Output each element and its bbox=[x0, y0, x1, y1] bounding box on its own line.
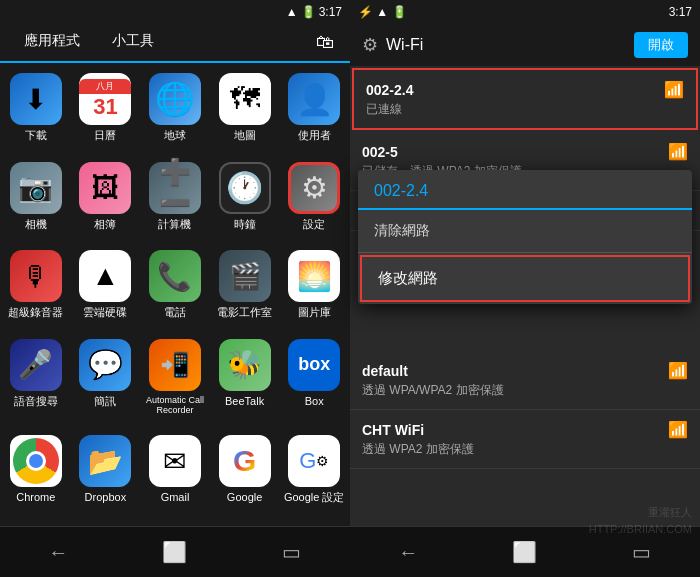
wifi-name-2: 002-5 bbox=[362, 144, 398, 160]
app-callrecorder[interactable]: 📲 Automatic Call Recorder bbox=[144, 339, 206, 428]
chrome-icon bbox=[10, 435, 62, 487]
app-box[interactable]: box Box bbox=[283, 339, 345, 428]
app-google[interactable]: G Google bbox=[214, 435, 276, 516]
recents-button[interactable]: ▭ bbox=[272, 537, 312, 567]
wifi-popup: 002-2.4 清除網路 修改網路 bbox=[358, 170, 692, 304]
right-back-button[interactable]: ← bbox=[388, 537, 428, 567]
wifi-clear-action[interactable]: 清除網路 bbox=[358, 210, 692, 253]
clock-icon: 🕐 bbox=[219, 162, 271, 214]
download-icon: ⬇ bbox=[10, 73, 62, 125]
tab-widgets[interactable]: 小工具 bbox=[96, 24, 170, 61]
contacts-icon: 👤 bbox=[288, 73, 340, 125]
maps-icon: 🗺 bbox=[219, 73, 271, 125]
drive-icon: ▲ bbox=[79, 250, 131, 302]
voice-label: 語音搜尋 bbox=[14, 395, 58, 408]
earth-icon: 🌐 bbox=[149, 73, 201, 125]
calendar-label: 日曆 bbox=[94, 129, 116, 142]
app-earth[interactable]: 🌐 地球 bbox=[144, 73, 206, 154]
app-camera[interactable]: 📷 相機 bbox=[5, 162, 67, 243]
app-phone[interactable]: 📞 電話 bbox=[144, 250, 206, 331]
wifi-name-4: default bbox=[362, 363, 408, 379]
photos-label: 圖片庫 bbox=[298, 306, 331, 319]
home-button[interactable]: ⬜ bbox=[155, 537, 195, 567]
app-gallery[interactable]: 🖼 相簿 bbox=[75, 162, 137, 243]
wifi-status-1: 已連線 bbox=[366, 101, 684, 118]
time-display: 3:17 bbox=[319, 5, 342, 19]
left-panel: ▲ 🔋 3:17 應用程式 小工具 🛍 ⬇ 下載 八月 31 日曆 🌐 地 bbox=[0, 0, 350, 577]
app-drive[interactable]: ▲ 雲端硬碟 bbox=[75, 250, 137, 331]
gmail-label: Gmail bbox=[161, 491, 190, 504]
gallery-icon: 🖼 bbox=[79, 162, 131, 214]
app-settings[interactable]: ⚙ 設定 bbox=[283, 162, 345, 243]
app-dropbox[interactable]: 📂 Dropbox bbox=[75, 435, 137, 516]
wifi-modify-action[interactable]: 修改網路 bbox=[360, 255, 690, 302]
app-clock[interactable]: 🕐 時鐘 bbox=[214, 162, 276, 243]
box-icon: box bbox=[288, 339, 340, 391]
back-button[interactable]: ← bbox=[38, 537, 78, 567]
chrome-label: Chrome bbox=[16, 491, 55, 504]
right-status-bar: ⚡ ▲ 🔋 3:17 bbox=[350, 0, 700, 24]
wifi-header: ⚙ Wi-Fi 開啟 bbox=[350, 24, 700, 66]
app-voice[interactable]: 🎤 語音搜尋 bbox=[5, 339, 67, 428]
drive-label: 雲端硬碟 bbox=[83, 306, 127, 319]
photos-icon: 🌅 bbox=[288, 250, 340, 302]
settings-label: 設定 bbox=[303, 218, 325, 231]
messages-icon: 💬 bbox=[79, 339, 131, 391]
wifi-status-4: 透過 WPA/WPA2 加密保護 bbox=[362, 382, 688, 399]
wifi-network-5[interactable]: CHT WiFi 📶 透過 WPA2 加密保護 bbox=[350, 410, 700, 469]
right-home-button[interactable]: ⬜ bbox=[505, 537, 545, 567]
app-gmail[interactable]: ✉ Gmail bbox=[144, 435, 206, 516]
right-recents-button[interactable]: ▭ bbox=[622, 537, 662, 567]
store-icon[interactable]: 🛍 bbox=[308, 24, 342, 61]
movies-label: 電影工作室 bbox=[217, 306, 272, 319]
tab-apps[interactable]: 應用程式 bbox=[8, 24, 96, 63]
gallery-label: 相簿 bbox=[94, 218, 116, 231]
app-calendar[interactable]: 八月 31 日曆 bbox=[75, 73, 137, 154]
wifi-gear-icon: ⚙ bbox=[362, 34, 378, 56]
app-photos[interactable]: 🌅 圖片庫 bbox=[283, 250, 345, 331]
wifi-signal-5: 📶 bbox=[668, 420, 688, 439]
camera-label: 相機 bbox=[25, 218, 47, 231]
left-status-bar: ▲ 🔋 3:17 bbox=[0, 0, 350, 24]
maps-label: 地圖 bbox=[234, 129, 256, 142]
googlesettings-label: Google 設定 bbox=[284, 491, 345, 504]
tabs-row: 應用程式 小工具 🛍 bbox=[0, 24, 350, 63]
app-download[interactable]: ⬇ 下載 bbox=[5, 73, 67, 154]
wifi-network-connected[interactable]: 002-2.4 📶 已連線 bbox=[352, 68, 698, 130]
dropbox-label: Dropbox bbox=[85, 491, 127, 504]
wifi-popup-title: 002-2.4 bbox=[358, 170, 692, 210]
app-beetalk[interactable]: 🐝 BeeTalk bbox=[214, 339, 276, 428]
google-label: Google bbox=[227, 491, 262, 504]
app-contacts[interactable]: 👤 使用者 bbox=[283, 73, 345, 154]
app-movies[interactable]: 🎬 電影工作室 bbox=[214, 250, 276, 331]
phone-icon: 📞 bbox=[149, 250, 201, 302]
box-label: Box bbox=[305, 395, 324, 408]
signal-icon: ▲ bbox=[286, 5, 298, 19]
download-label: 下載 bbox=[25, 129, 47, 142]
voice-icon: 🎤 bbox=[10, 339, 62, 391]
app-recorder[interactable]: 🎙 超級錄音器 bbox=[5, 250, 67, 331]
callrecorder-label: Automatic Call Recorder bbox=[144, 395, 206, 417]
callrecorder-icon: 📲 bbox=[149, 339, 201, 391]
camera-icon: 📷 bbox=[10, 162, 62, 214]
right-status-icons: ⚡ ▲ 🔋 bbox=[358, 5, 407, 19]
recorder-icon: 🎙 bbox=[10, 250, 62, 302]
right-time-display: 3:17 bbox=[669, 5, 692, 19]
right-panel: ⚡ ▲ 🔋 3:17 ⚙ Wi-Fi 開啟 002-2.4 📶 已連線 002-… bbox=[350, 0, 700, 577]
app-chrome[interactable]: Chrome bbox=[5, 435, 67, 516]
apps-grid: ⬇ 下載 八月 31 日曆 🌐 地球 🗺 地圖 👤 使用者 📷 bbox=[0, 63, 350, 526]
calculator-icon: ➕➖ bbox=[149, 162, 201, 214]
settings-icon: ⚙ bbox=[288, 162, 340, 214]
google-icon: G bbox=[219, 435, 271, 487]
wifi-network-4[interactable]: default 📶 透過 WPA/WPA2 加密保護 bbox=[350, 351, 700, 410]
wifi-name-1: 002-2.4 bbox=[366, 82, 413, 98]
messages-label: 簡訊 bbox=[94, 395, 116, 408]
battery-icon: 🔋 bbox=[301, 5, 316, 19]
app-googlesettings[interactable]: G⚙ Google 設定 bbox=[283, 435, 345, 516]
app-calculator[interactable]: ➕➖ 計算機 bbox=[144, 162, 206, 243]
wifi-toggle-button[interactable]: 開啟 bbox=[634, 32, 688, 58]
wifi-title: Wi-Fi bbox=[386, 36, 626, 54]
calculator-label: 計算機 bbox=[158, 218, 191, 231]
app-maps[interactable]: 🗺 地圖 bbox=[214, 73, 276, 154]
app-messages[interactable]: 💬 簡訊 bbox=[75, 339, 137, 428]
